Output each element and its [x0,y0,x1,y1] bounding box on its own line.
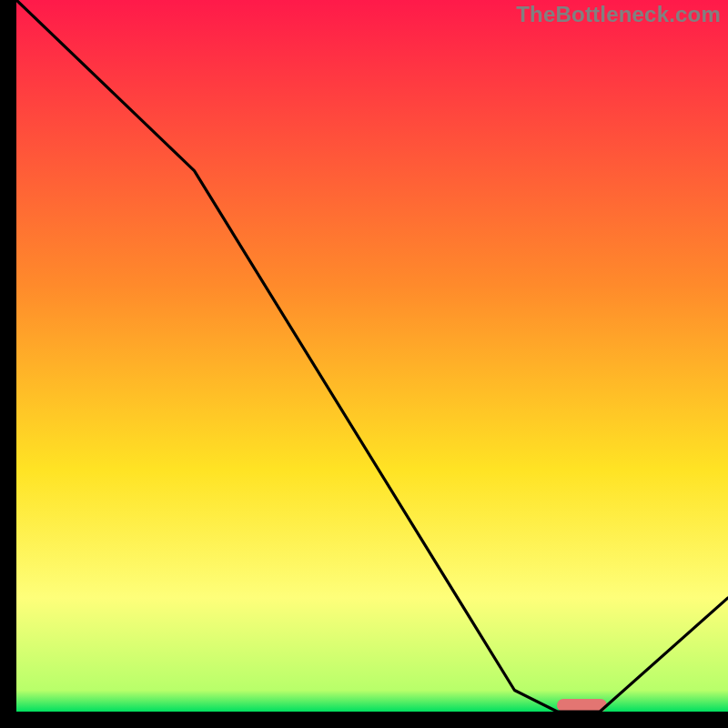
gradient-background [16,0,728,712]
watermark-label: TheBottleneck.com [516,2,721,27]
chart-frame: TheBottleneck.com [0,0,728,728]
svg-rect-0 [16,0,728,712]
optimal-range-marker [557,699,607,712]
x-axis [0,712,728,728]
y-axis [0,0,16,728]
